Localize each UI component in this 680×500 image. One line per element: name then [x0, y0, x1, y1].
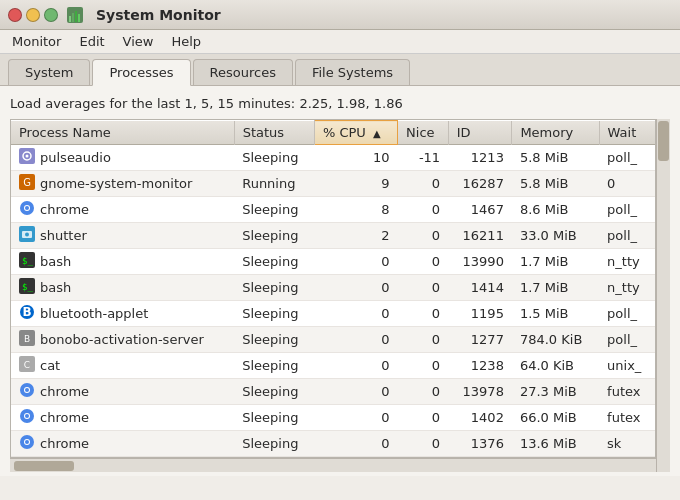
vertical-scrollbar[interactable] [656, 119, 670, 472]
process-cpu: 0 [314, 353, 397, 379]
process-cpu: 0 [314, 431, 397, 457]
tab-filesystems[interactable]: File Systems [295, 59, 410, 85]
horizontal-scrollbar[interactable] [10, 458, 656, 472]
process-status: Running [234, 171, 314, 197]
table-row[interactable]: chrome Sleeping 8 0 1467 8.6 MiB poll_ [11, 197, 655, 223]
process-nice: 0 [398, 431, 449, 457]
process-icon [19, 200, 35, 219]
table-row[interactable]: pulseaudio Sleeping 10 -11 1213 5.8 MiB … [11, 145, 655, 171]
col-cpu[interactable]: % CPU ▲ [314, 121, 397, 145]
process-icon [19, 434, 35, 453]
menu-monitor[interactable]: Monitor [4, 32, 69, 51]
process-name-cell: chrome [11, 197, 234, 223]
process-name-text: bash [40, 280, 71, 295]
svg-point-28 [25, 388, 29, 392]
process-name-cell: shutter [11, 223, 234, 249]
maximize-button[interactable] [44, 8, 58, 22]
col-nice[interactable]: Nice [398, 121, 449, 145]
process-wait: unix_ [599, 353, 655, 379]
process-cpu: 8 [314, 197, 397, 223]
svg-rect-3 [75, 11, 77, 22]
close-button[interactable] [8, 8, 22, 22]
scrollbar-track [657, 121, 670, 470]
process-memory: 64.0 KiB [512, 353, 599, 379]
process-name-cell: pulseaudio [11, 145, 234, 171]
menu-help[interactable]: Help [163, 32, 209, 51]
col-wait[interactable]: Wait [599, 121, 655, 145]
process-icon: B [19, 330, 35, 349]
process-icon [19, 408, 35, 427]
process-icon [19, 148, 35, 167]
table-row[interactable]: B bluetooth-applet Sleeping 0 0 1195 1.5… [11, 301, 655, 327]
process-status: Sleeping [234, 379, 314, 405]
process-memory: 66.0 MiB [512, 405, 599, 431]
process-name-cell: B bonobo-activation-server [11, 327, 234, 353]
process-name-text: bash [40, 254, 71, 269]
process-status: Sleeping [234, 405, 314, 431]
load-average: Load averages for the last 1, 5, 15 minu… [10, 92, 670, 119]
tab-resources[interactable]: Resources [193, 59, 293, 85]
table-row[interactable]: G gnome-system-monitor Running 9 0 16287… [11, 171, 655, 197]
process-icon [19, 382, 35, 401]
process-icon: G [19, 174, 35, 193]
process-id: 1467 [448, 197, 512, 223]
process-cpu: 0 [314, 301, 397, 327]
process-status: Sleeping [234, 223, 314, 249]
titlebar: System Monitor [0, 0, 680, 30]
table-row[interactable]: $_ bash Sleeping 0 0 13990 1.7 MiB n_tty [11, 249, 655, 275]
process-name-cell: chrome [11, 405, 234, 431]
process-cpu: 0 [314, 275, 397, 301]
process-id: 1195 [448, 301, 512, 327]
tab-system[interactable]: System [8, 59, 90, 85]
process-name-text: pulseaudio [40, 150, 111, 165]
process-wait: poll_ [599, 223, 655, 249]
tab-processes[interactable]: Processes [92, 59, 190, 86]
scroll-area: Process Name Status % CPU ▲ Nice [10, 119, 670, 472]
table-row[interactable]: chrome Sleeping 0 0 13978 27.3 MiB futex [11, 379, 655, 405]
table-row[interactable]: chrome Sleeping 0 0 1376 13.6 MiB sk [11, 431, 655, 457]
process-id: 1414 [448, 275, 512, 301]
col-status[interactable]: Status [234, 121, 314, 145]
process-memory: 13.6 MiB [512, 431, 599, 457]
process-icon: C [19, 356, 35, 375]
process-wait: 0 [599, 171, 655, 197]
process-memory: 27.3 MiB [512, 379, 599, 405]
table-row[interactable]: chrome Sleeping 0 0 1402 66.0 MiB futex [11, 405, 655, 431]
col-process-name[interactable]: Process Name [11, 121, 234, 145]
table-row[interactable]: B bonobo-activation-server Sleeping 0 0 … [11, 327, 655, 353]
process-icon: $_ [19, 278, 35, 297]
process-cpu: 0 [314, 379, 397, 405]
menu-view[interactable]: View [115, 32, 162, 51]
col-id[interactable]: ID [448, 121, 512, 145]
svg-point-12 [25, 206, 29, 210]
process-id: 1376 [448, 431, 512, 457]
process-cpu: 2 [314, 223, 397, 249]
process-name-text: gnome-system-monitor [40, 176, 192, 191]
process-name-cell: B bluetooth-applet [11, 301, 234, 327]
process-name-text: chrome [40, 436, 89, 451]
process-nice: 0 [398, 301, 449, 327]
table-scroll[interactable]: Process Name Status % CPU ▲ Nice [10, 119, 656, 472]
process-nice: 0 [398, 171, 449, 197]
process-name-cell: chrome [11, 431, 234, 457]
process-cpu: 0 [314, 405, 397, 431]
app-icon [66, 6, 84, 24]
minimize-button[interactable] [26, 8, 40, 22]
hscroll-thumb[interactable] [14, 461, 74, 471]
process-icon: B [19, 304, 35, 323]
window-title: System Monitor [96, 7, 221, 23]
process-memory: 1.7 MiB [512, 249, 599, 275]
svg-text:B: B [24, 334, 30, 344]
process-name-text: chrome [40, 202, 89, 217]
process-name-text: chrome [40, 384, 89, 399]
table-row[interactable]: C cat Sleeping 0 0 1238 64.0 KiB unix_ [11, 353, 655, 379]
process-nice: 0 [398, 353, 449, 379]
table-row[interactable]: $_ bash Sleeping 0 0 1414 1.7 MiB n_tty [11, 275, 655, 301]
process-name-text: bonobo-activation-server [40, 332, 204, 347]
col-memory[interactable]: Memory [512, 121, 599, 145]
menu-edit[interactable]: Edit [71, 32, 112, 51]
process-wait: n_tty [599, 249, 655, 275]
process-id: 13990 [448, 249, 512, 275]
table-row[interactable]: shutter Sleeping 2 0 16211 33.0 MiB poll… [11, 223, 655, 249]
scrollbar-thumb[interactable] [658, 121, 669, 161]
